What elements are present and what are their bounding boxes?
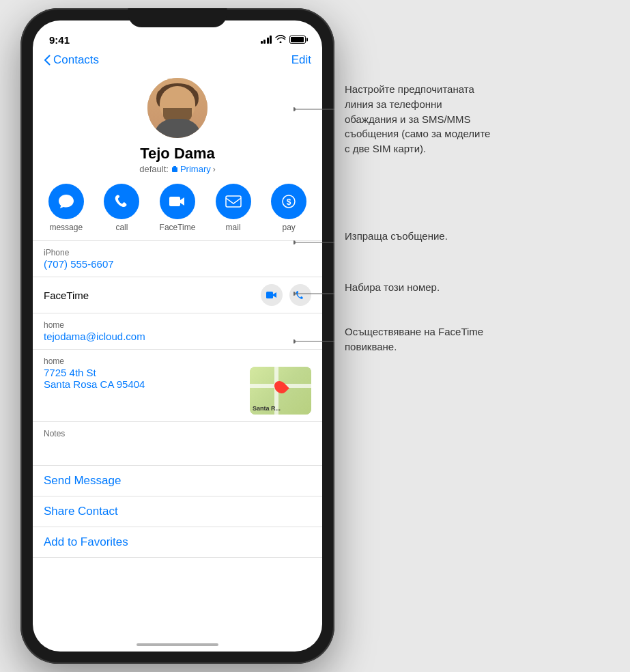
phone-list-item: iPhone (707) 555-6607 [33, 241, 322, 277]
svg-rect-2 [226, 196, 241, 207]
svg-text:$: $ [287, 197, 291, 207]
send-message-link[interactable]: Send Message [33, 466, 322, 496]
wifi-icon [275, 35, 286, 45]
message-bubble-icon [58, 194, 74, 209]
mail-icon [225, 195, 242, 208]
facetime-btn-label: FaceTime [160, 223, 196, 232]
status-icons [261, 35, 306, 45]
phone-label: iPhone [44, 248, 311, 257]
add-favorites-link[interactable]: Add to Favorites [33, 527, 322, 558]
call-callout-text: Набира този номер. [345, 280, 440, 295]
map-thumbnail[interactable]: Santa R... [250, 367, 311, 415]
call-action-button[interactable]: call [100, 184, 145, 232]
mail-btn-label: mail [226, 223, 241, 232]
share-contact-link[interactable]: Share Contact [33, 496, 322, 527]
message-action-button[interactable]: message [44, 184, 89, 232]
notch [128, 8, 227, 27]
address-line1[interactable]: 7725 4th St [44, 367, 145, 378]
contact-subtitle: default: Primary › [139, 164, 215, 174]
facetime-video-button[interactable] [261, 284, 283, 306]
call-callout-line [293, 283, 341, 304]
notes-label: Notes [44, 429, 311, 438]
facetime-list-item: FaceTime [33, 277, 322, 313]
home-indicator [137, 643, 218, 646]
notes-value [44, 439, 311, 458]
sim-icon [171, 166, 178, 173]
sim-callout-text: Настройте предпочитаната линия за телефо… [345, 82, 495, 156]
facetime-label: FaceTime [44, 290, 89, 301]
call-callout: Набира този номер. [338, 280, 440, 295]
phone-icon [114, 194, 129, 209]
mail-icon-circle [216, 184, 251, 219]
iphone-screen: 9:41 [33, 20, 322, 652]
message-btn-label: message [49, 223, 83, 232]
phone-number[interactable]: (707) 555-6607 [44, 258, 311, 270]
svg-rect-1 [173, 166, 176, 168]
facetime-callout-line [293, 328, 341, 362]
pay-icon: $ [281, 194, 296, 209]
video-icon [169, 195, 186, 208]
nav-bar: Contacts Edit [33, 51, 322, 72]
svg-point-11 [293, 292, 296, 296]
email-list-item: home tejodama@icloud.com [33, 313, 322, 350]
edit-button[interactable]: Edit [291, 53, 311, 67]
scene: 9:41 [0, 0, 630, 672]
svg-point-13 [293, 339, 296, 344]
address-row: 7725 4th St Santa Rosa CA 95404 Santa R.… [44, 367, 311, 415]
back-button[interactable]: Contacts [44, 53, 99, 67]
email-value[interactable]: tejodama@icloud.com [44, 331, 311, 342]
back-label: Contacts [53, 53, 99, 67]
address-label: home [44, 356, 311, 366]
email-label: home [44, 320, 311, 330]
address-line2[interactable]: Santa Rosa CA 95404 [44, 378, 145, 390]
pay-btn-label: pay [283, 223, 296, 232]
avatar [147, 78, 207, 138]
avatar-shirt [154, 119, 201, 138]
facetime-video-icon [266, 291, 277, 299]
annotations: Настройте предпочитаната линия за телефо… [338, 0, 597, 672]
facetime-action-button[interactable]: FaceTime [155, 184, 200, 232]
call-btn-label: call [115, 223, 128, 232]
contact-details: iPhone (707) 555-6607 FaceTime [33, 241, 322, 652]
sim-callout: Настройте предпочитаната линия за телефо… [338, 82, 495, 156]
svg-point-7 [293, 107, 296, 111]
map-city-label: Santa R... [253, 405, 281, 412]
chevron-left-icon [44, 55, 51, 66]
svg-point-9 [293, 240, 296, 244]
battery-icon [289, 36, 306, 44]
pay-action-button[interactable]: $ pay [266, 184, 311, 232]
mail-action-button[interactable]: mail [211, 184, 256, 232]
svg-rect-5 [266, 292, 273, 298]
map-background: Santa R... [250, 367, 311, 415]
contact-section: Tejo Dama default: Primary › [33, 72, 322, 184]
message-callout-text: Изпраща съобщение. [345, 229, 448, 244]
notes-list-item: Notes [33, 422, 322, 466]
facetime-callout-text: Осъществяване на FaceTime повикване. [345, 324, 495, 354]
facetime-icon-circle [160, 184, 195, 219]
message-callout-line [293, 232, 341, 253]
primary-label: Primary [180, 164, 211, 174]
signal-bars-icon [261, 36, 272, 44]
contact-name: Tejo Dama [140, 145, 215, 163]
message-callout: Изпраща съобщение. [338, 229, 448, 244]
action-buttons: message call [33, 184, 322, 241]
facetime-callout: Осъществяване на FaceTime повикване. [338, 324, 495, 354]
address-list-item: home 7725 4th St Santa Rosa CA 95404 [33, 350, 322, 422]
sim-callout-line [293, 89, 341, 130]
iphone-frame: 9:41 [20, 8, 334, 664]
svg-rect-0 [172, 167, 177, 172]
status-time: 9:41 [49, 34, 70, 46]
message-icon-circle [48, 184, 84, 219]
call-icon-circle [104, 184, 139, 219]
pay-icon-circle: $ [271, 184, 306, 219]
